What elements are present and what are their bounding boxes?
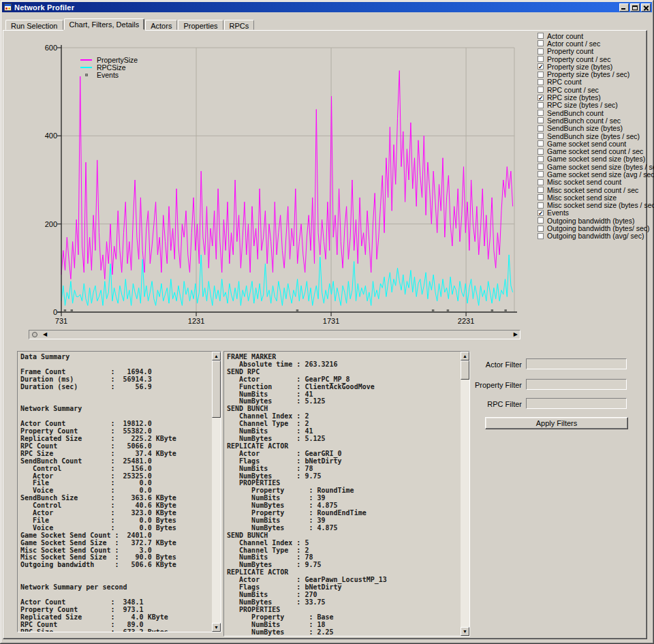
summary-scrollbar[interactable]: ▲ ▼ bbox=[212, 352, 221, 632]
summary-scroll-thumb[interactable] bbox=[212, 361, 221, 418]
frame-detail-text: FRAME MARKER Absolute time : 263.3216 SE… bbox=[227, 354, 458, 636]
checkbox-unchecked[interactable] bbox=[538, 110, 544, 116]
scroll-up-icon[interactable]: ▲ bbox=[461, 352, 469, 361]
metric-label: Outgoing bandwidth (bytes) bbox=[547, 217, 634, 225]
checkbox-unchecked[interactable] bbox=[538, 117, 544, 123]
metric-row: Actor count / sec bbox=[538, 40, 647, 47]
range-knob[interactable] bbox=[32, 332, 37, 337]
checkbox-unchecked[interactable] bbox=[538, 33, 544, 39]
checkbox-checked[interactable]: ✓ bbox=[538, 95, 544, 101]
metric-row: SendBunch count bbox=[538, 109, 647, 117]
metric-row: SendBunch count / sec bbox=[538, 117, 647, 124]
checkbox-unchecked[interactable] bbox=[538, 79, 544, 85]
x-axis-tick-label: 1231 bbox=[185, 317, 208, 325]
metric-row: Outgoing bandwidth (bytes) bbox=[538, 217, 647, 224]
metric-label: Game socket send size (bytes / sec) bbox=[547, 163, 654, 171]
checkbox-unchecked[interactable] bbox=[538, 125, 544, 132]
metric-label: RPC count / sec bbox=[547, 86, 599, 94]
metric-label: Misc socket send count bbox=[547, 178, 621, 186]
metric-row: Misc socket send size (bytes / sec) bbox=[538, 202, 647, 209]
checkbox-unchecked[interactable] bbox=[538, 171, 544, 177]
events-legend-label: Events bbox=[97, 71, 119, 79]
metric-label: Misc socket send count / sec bbox=[547, 186, 638, 194]
checkbox-unchecked[interactable] bbox=[538, 179, 544, 185]
tab-rpcs[interactable]: RPCs bbox=[224, 20, 255, 30]
metric-row: Misc socket send count / sec bbox=[538, 186, 647, 194]
maximize-button[interactable] bbox=[630, 3, 640, 12]
close-button[interactable] bbox=[641, 3, 651, 12]
chart-range-scrollbar[interactable]: ◀ ▶ bbox=[29, 330, 520, 339]
metric-filter-list: Actor countActor count / secProperty cou… bbox=[538, 32, 647, 240]
maximize-icon bbox=[632, 5, 638, 10]
metric-label: RPC size (bytes / sec) bbox=[547, 101, 618, 109]
metric-row: Game socket send size (avg / sec) bbox=[538, 170, 647, 178]
checkbox-unchecked[interactable] bbox=[538, 56, 544, 62]
checkbox-unchecked[interactable] bbox=[538, 149, 544, 155]
checkbox-unchecked[interactable] bbox=[538, 102, 544, 108]
checkbox-unchecked[interactable] bbox=[538, 140, 544, 147]
scroll-down-icon[interactable]: ▼ bbox=[461, 627, 469, 636]
checkbox-unchecked[interactable] bbox=[538, 133, 544, 139]
rpc-filter-label: RPC Filter bbox=[459, 400, 522, 408]
y-axis-tick-label: 400 bbox=[38, 132, 57, 140]
apply-filters-button[interactable]: Apply Filters bbox=[485, 417, 628, 429]
x-axis-tick-label: 1731 bbox=[320, 317, 343, 325]
metric-label: SendBunch size (bytes) bbox=[547, 124, 623, 132]
tab-strip: Run SelectionChart, Filters, DetailsActo… bbox=[5, 18, 255, 30]
data-summary-text: Data Summary Frame Count : 1694.0 Durati… bbox=[20, 354, 210, 632]
metric-label: Game socket send size (avg / sec) bbox=[547, 170, 654, 179]
y-axis-tick-label: 200 bbox=[38, 220, 57, 228]
scroll-right-icon[interactable]: ▶ bbox=[514, 331, 518, 339]
checkbox-unchecked[interactable] bbox=[538, 87, 544, 93]
actor-filter-label: Actor Filter bbox=[459, 361, 522, 369]
metric-row: Game socket send size (bytes) bbox=[538, 155, 647, 163]
actor-filter-input[interactable] bbox=[526, 358, 627, 369]
metric-label: RPC size (bytes) bbox=[547, 93, 601, 102]
tab-actors[interactable]: Actors bbox=[145, 20, 177, 30]
metric-row: RPC size (bytes / sec) bbox=[538, 102, 647, 109]
metric-label: SendBunch count / sec bbox=[547, 117, 621, 125]
checkbox-unchecked[interactable] bbox=[538, 156, 544, 162]
detail-scrollbar[interactable]: ▲ ▼ bbox=[461, 352, 469, 636]
checkbox-unchecked[interactable] bbox=[538, 202, 544, 209]
metric-row: RPC count bbox=[538, 78, 647, 86]
frame-detail-panel[interactable]: FRAME MARKER Absolute time : 263.3216 SE… bbox=[223, 351, 470, 637]
property-filter-input[interactable] bbox=[526, 379, 627, 390]
tab-run-selection[interactable]: Run Selection bbox=[5, 20, 63, 30]
metric-row: Property size (bytes / sec) bbox=[538, 70, 647, 78]
checkbox-unchecked[interactable] bbox=[538, 40, 544, 46]
checkbox-unchecked[interactable] bbox=[538, 233, 544, 239]
checkbox-unchecked[interactable] bbox=[538, 48, 544, 55]
metric-label: Property size (bytes / sec) bbox=[547, 70, 629, 78]
scroll-down-icon[interactable]: ▼ bbox=[212, 623, 221, 632]
network-profiler-window: Network Profiler Run SelectionChart, Fil… bbox=[0, 0, 654, 644]
minimize-button[interactable] bbox=[619, 3, 629, 12]
metric-label: Events bbox=[547, 209, 569, 217]
metric-row: RPC count / sec bbox=[538, 86, 647, 93]
checkbox-unchecked[interactable] bbox=[538, 164, 544, 170]
rpc-filter-input[interactable] bbox=[526, 398, 627, 409]
title-bar[interactable]: Network Profiler bbox=[2, 2, 652, 12]
x-axis-tick-label: 2231 bbox=[454, 317, 478, 325]
checkbox-unchecked[interactable] bbox=[538, 194, 544, 200]
metric-label: Actor count / sec bbox=[547, 40, 600, 48]
tab-chart-filters-details[interactable]: Chart, Filters, Details bbox=[64, 18, 145, 30]
metric-row: Outgoing bandwidth (avg/ sec) bbox=[538, 232, 647, 240]
checkbox-checked[interactable]: ✓ bbox=[538, 63, 544, 70]
checkbox-unchecked[interactable] bbox=[538, 72, 544, 78]
checkbox-checked[interactable]: ✓ bbox=[538, 210, 544, 216]
metric-row: Misc socket send count bbox=[538, 179, 647, 186]
metric-row: Game socket send count / sec bbox=[538, 147, 647, 155]
tab-properties[interactable]: Properties bbox=[178, 20, 223, 30]
window-title: Network Profiler bbox=[14, 3, 74, 12]
checkbox-unchecked[interactable] bbox=[538, 187, 544, 193]
data-summary-panel[interactable]: Data Summary Frame Count : 1694.0 Durati… bbox=[17, 351, 221, 632]
chart-legend: PropertySize RPCSize Events bbox=[80, 56, 138, 78]
checkbox-unchecked[interactable] bbox=[538, 217, 544, 224]
scroll-up-icon[interactable]: ▲ bbox=[212, 352, 221, 361]
scroll-left-icon[interactable]: ◀ bbox=[43, 331, 47, 339]
checkbox-unchecked[interactable] bbox=[538, 226, 544, 232]
y-axis-tick-label: 0 bbox=[38, 308, 57, 316]
metric-label: SendBunch size (bytes / sec) bbox=[547, 132, 640, 140]
metric-row: Property count bbox=[538, 48, 647, 55]
